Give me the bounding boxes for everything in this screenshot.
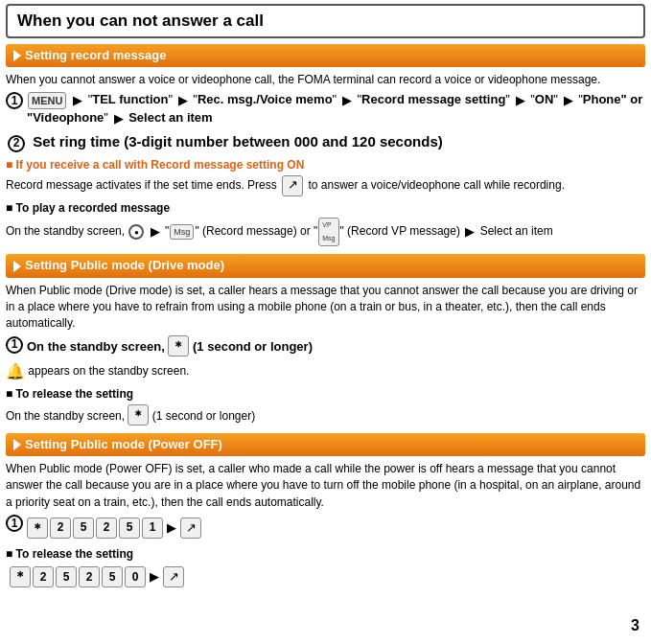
page-number: 3 [631, 615, 639, 636]
subsec1-heading: ■ If you receive a call with Record mess… [6, 157, 645, 173]
drive-icon: 🔔 [6, 363, 25, 380]
num-key-2-r2: 2 [79, 566, 100, 587]
phone-answer-icon: ↗ [282, 175, 303, 196]
num-key-2-2: 2 [96, 518, 117, 539]
arrow-release: ▶ [150, 568, 159, 586]
step2-record: 2 Set ring time (3-digit number between … [6, 131, 645, 152]
arrow1: ▶ [73, 92, 82, 110]
section-record-message: Setting record message When you cannot a… [6, 44, 645, 247]
page-title: When you can not answer a call [17, 10, 634, 33]
key-sequence-1: ＊ 2 5 2 5 1 ▶ ↗ [27, 518, 645, 539]
step1-power-content: ＊ 2 5 2 5 1 ▶ ↗ [27, 514, 645, 542]
arrow3: ▶ [342, 92, 352, 110]
step1-number: 1 [6, 92, 23, 109]
center-dot-icon: ● [128, 224, 144, 240]
num-key-0: 0 [125, 566, 146, 587]
on-label: ON [535, 92, 554, 106]
star-key-release-2: ＊ [10, 566, 31, 587]
subsec-power-release-heading: ■ To release the setting [6, 546, 645, 563]
subsec-drive-release-heading: ■ To release the setting [6, 386, 645, 402]
num-key-5-r2: 5 [102, 566, 123, 587]
section-power-off: Setting Public mode (Power OFF) When Pub… [6, 433, 645, 587]
menu-key-icon: MENU [28, 92, 66, 109]
num-key-5-1: 5 [73, 518, 94, 539]
page-title-bar: When you can not answer a call [6, 4, 645, 38]
section1-intro: When you cannot answer a voice or videop… [6, 72, 645, 88]
arrow5: ▶ [564, 92, 573, 110]
select-item-label: Select an item [128, 110, 212, 125]
subsec2-body: On the standby screen, ● ▶ "Msg" (Record… [6, 218, 645, 246]
step2-text: Set ring time (3-digit number between 00… [33, 133, 443, 150]
num-key-5-r1: 5 [56, 566, 77, 587]
section3-intro: When Public mode (Power OFF) is set, a c… [6, 461, 645, 511]
arrow-power: ▶ [167, 519, 176, 538]
section-header-label: Setting record message [25, 47, 166, 64]
star-key-release: ＊ [128, 404, 149, 426]
msg-badge-2: VPMsg [318, 218, 338, 246]
star-key-power-1: ＊ [27, 518, 48, 539]
arrow2: ▶ [178, 92, 188, 110]
section2-intro: When Public mode (Drive mode) is set, a … [6, 283, 645, 333]
step1-drive: 1 On the standby screen, ＊ (1 second or … [6, 335, 645, 356]
arrow6: ▶ [114, 110, 124, 128]
step1-record: 1 MENU ▶ "TEL function" ▶ "Rec. msg./Voi… [6, 91, 645, 127]
subsec1-body: Record message activates if the set time… [6, 175, 645, 196]
step1-content: MENU ▶ "TEL function" ▶ "Rec. msg./Voice… [27, 91, 645, 127]
drive-mode-note: 🔔 appears on the standby screen. [6, 360, 645, 382]
section-header-power: Setting Public mode (Power OFF) [6, 433, 645, 456]
arrow4: ▶ [516, 92, 525, 110]
section-header-record: Setting record message [6, 44, 645, 67]
num-key-1: 1 [142, 518, 163, 539]
section-header-drive-label: Setting Public mode (Drive mode) [25, 257, 224, 274]
num-key-2-1: 2 [50, 518, 71, 539]
step1-drive-content: On the standby screen, ＊ (1 second or lo… [27, 335, 645, 356]
step2-number: 2 [8, 135, 25, 152]
subsec2-heading: ■ To play a recorded message [6, 200, 645, 217]
msg-badge-1: Msg [170, 224, 194, 240]
star-key-icon: ＊ [168, 335, 189, 356]
subsec-drive-release-body: On the standby screen, ＊ (1 second or lo… [6, 404, 645, 426]
key-sequence-release: ＊ 2 5 2 5 0 ▶ ↗ [6, 566, 645, 587]
phone-icon-release: ↗ [163, 566, 184, 587]
step1-drive-number: 1 [6, 336, 23, 354]
record-msg-setting-label: Record message setting [361, 92, 505, 106]
rec-msg-label: Rec. msg./Voice memo [198, 92, 333, 106]
num-key-2-r1: 2 [33, 566, 54, 587]
section-drive-mode: Setting Public mode (Drive mode) When Pu… [6, 254, 645, 425]
num-key-5-2: 5 [119, 518, 140, 539]
step1-power: 1 ＊ 2 5 2 5 1 ▶ ↗ [6, 514, 645, 542]
phone-icon-power: ↗ [180, 518, 201, 539]
tel-function-label: TEL function [92, 92, 168, 106]
section-header-drive: Setting Public mode (Drive mode) [6, 254, 645, 277]
section-header-power-label: Setting Public mode (Power OFF) [25, 436, 222, 453]
step1-power-number: 1 [6, 515, 23, 532]
